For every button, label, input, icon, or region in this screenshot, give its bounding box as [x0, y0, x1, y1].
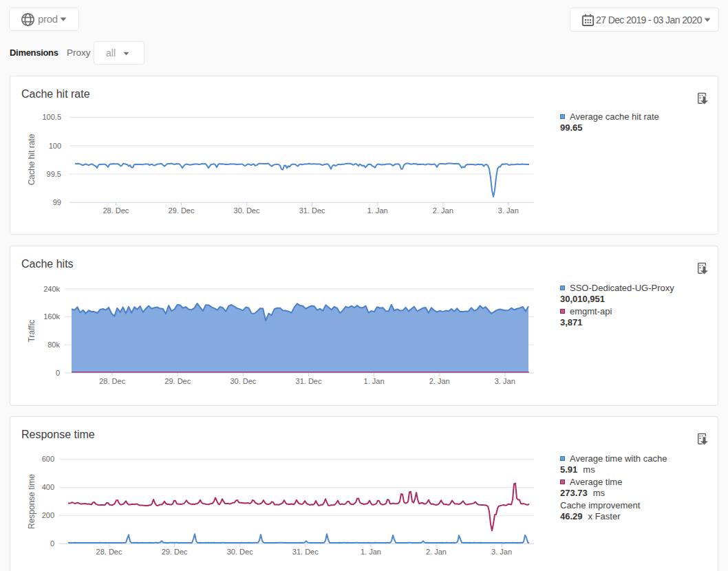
svg-text:29. Dec: 29. Dec [162, 548, 188, 556]
svg-text:Response time: Response time [27, 474, 36, 529]
svg-text:1. Jan: 1. Jan [367, 206, 388, 215]
svg-text:100: 100 [49, 142, 61, 150]
svg-text:30. Dec: 30. Dec [227, 548, 253, 556]
svg-text:3. Jan: 3. Jan [495, 377, 515, 385]
svg-text:100.5: 100.5 [42, 113, 61, 121]
svg-text:30. Dec: 30. Dec [234, 206, 260, 215]
svg-text:1. Jan: 1. Jan [364, 377, 385, 385]
svg-text:31. Dec: 31. Dec [292, 548, 319, 556]
svg-text:3. Jan: 3. Jan [498, 206, 519, 215]
svg-text:0: 0 [56, 369, 60, 377]
svg-text:1. Jan: 1. Jan [361, 548, 381, 556]
svg-text:99: 99 [53, 198, 61, 206]
svg-text:0: 0 [50, 539, 54, 548]
svg-text:400: 400 [42, 483, 54, 491]
svg-text:Cache hit rate: Cache hit rate [27, 133, 36, 185]
svg-text:28. Dec: 28. Dec [99, 377, 125, 385]
svg-text:29. Dec: 29. Dec [169, 206, 195, 215]
svg-text:600: 600 [42, 455, 54, 463]
svg-text:80k: 80k [47, 341, 60, 349]
svg-text:99.5: 99.5 [47, 170, 61, 178]
svg-text:30. Dec: 30. Dec [230, 377, 256, 385]
svg-text:3. Jan: 3. Jan [491, 548, 512, 556]
svg-text:2. Jan: 2. Jan [433, 206, 453, 215]
svg-text:29. Dec: 29. Dec [164, 377, 191, 385]
svg-text:28. Dec: 28. Dec [103, 206, 129, 215]
svg-text:31. Dec: 31. Dec [296, 377, 322, 385]
svg-text:160k: 160k [43, 312, 60, 321]
svg-text:200: 200 [42, 511, 54, 519]
svg-text:240k: 240k [43, 285, 60, 293]
svg-text:31. Dec: 31. Dec [299, 206, 325, 215]
svg-text:2. Jan: 2. Jan [426, 548, 447, 556]
svg-text:Traffic: Traffic [27, 320, 36, 343]
svg-text:28. Dec: 28. Dec [96, 548, 122, 556]
svg-text:2. Jan: 2. Jan [429, 377, 450, 385]
